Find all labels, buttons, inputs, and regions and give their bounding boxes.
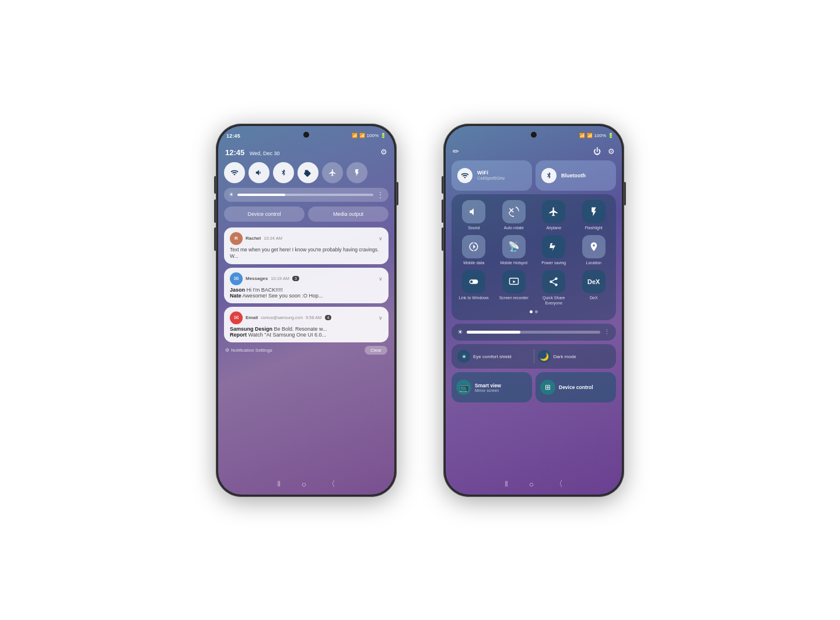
- signal-icon: 📶: [359, 133, 365, 138]
- settings2-icon[interactable]: ⚙: [608, 147, 615, 156]
- expand-messages-icon[interactable]: ∨: [379, 276, 383, 282]
- notification-messages[interactable]: ✉ Messages 10:19 AM 3 ∨ Jason Hi I'm BAC…: [224, 268, 388, 303]
- dark-mode-tile[interactable]: 🌙 Dark mode: [538, 348, 611, 365]
- screen-recorder-tile[interactable]: Screen recorder: [497, 270, 531, 306]
- location-tile[interactable]: Location: [577, 235, 611, 265]
- autorotate-toggle[interactable]: [298, 162, 318, 183]
- eye-comfort-icon: ☀: [457, 350, 470, 363]
- flashlight-label: Flashlight: [585, 226, 603, 230]
- smart-view-label: Smart view: [475, 383, 501, 388]
- status-bar-phone2: 📶 📶 100% 🔋: [446, 126, 622, 142]
- wifi-status-icon: 📶: [579, 133, 585, 138]
- quick-share-tile[interactable]: Quick Share Everyone: [537, 270, 570, 306]
- grid-row2: Mobile data 📡 Mobile Hotspot Power savin…: [455, 235, 612, 265]
- settings-icon[interactable]: ⚙: [380, 148, 387, 156]
- p1-time: 12:45: [225, 148, 244, 157]
- bt-label: Bluetooth: [561, 173, 586, 178]
- edit-icon[interactable]: ✏: [453, 147, 459, 156]
- mobile-data-tile[interactable]: Mobile data: [457, 235, 491, 265]
- notification-settings-link[interactable]: ⚙ Notification Settings: [225, 348, 272, 353]
- link-windows-label: Link to Windows: [459, 296, 489, 300]
- wifi-tile-text: WiFi CellSpot5GHz: [477, 170, 505, 181]
- smart-view-tile[interactable]: 📺 Smart view Mirror screen: [452, 372, 532, 402]
- screen-recorder-icon: [502, 270, 526, 293]
- flashlight-icon: [582, 200, 606, 223]
- recent-apps-button[interactable]: ⫴: [277, 479, 281, 489]
- samsung-design-label: Samsung Design: [230, 326, 272, 332]
- clear-notifications-button[interactable]: Clear: [365, 346, 387, 355]
- airplane-label: Airplane: [546, 226, 561, 230]
- wifi-tile[interactable]: WiFi CellSpot5GHz: [452, 160, 532, 191]
- mobile-data-label: Mobile data: [463, 261, 484, 265]
- flashlight-tile[interactable]: Flashlight: [577, 200, 611, 230]
- hotspot-tile[interactable]: 📡 Mobile Hotspot: [497, 235, 531, 265]
- report-label: Report: [230, 332, 247, 338]
- quick-icons-row: [224, 162, 388, 183]
- nate-msg: Awesome! See you soon :O Hop...: [243, 293, 323, 299]
- airplane-toggle[interactable]: [322, 162, 343, 183]
- home2-button[interactable]: ○: [529, 479, 534, 489]
- notification-rachel[interactable]: R Rachel 10:24 AM ∨ Text me when you get…: [224, 227, 388, 264]
- email-address: coreux@samsung.com: [261, 316, 303, 320]
- device-control-button[interactable]: Device control: [224, 206, 304, 222]
- notification-email[interactable]: ✉ Email coreux@samsung.com 9:56 AM 4 ∨ S…: [224, 307, 388, 342]
- comfort-divider: [534, 349, 534, 363]
- brightness-row[interactable]: ☀ ⋮: [452, 324, 616, 341]
- media-output-button[interactable]: Media output: [308, 206, 388, 222]
- back-button[interactable]: 〈: [327, 479, 335, 489]
- quick-settings-grid: Sound Auto rotate Airplane: [452, 194, 616, 321]
- comfort-row: ☀ Eye comfort shield 🌙 Dark mode: [452, 344, 616, 369]
- brightness2-bar: [467, 331, 600, 334]
- wifi-toggle[interactable]: [224, 162, 245, 183]
- eye-comfort-tile[interactable]: ☀ Eye comfort shield: [457, 348, 530, 365]
- smart-view-sublabel: Mirror screen: [475, 388, 501, 393]
- grid-row3: Link to Windows Screen recorder Quick Sh…: [455, 270, 612, 306]
- eye-comfort-label: Eye comfort shield: [473, 354, 512, 359]
- wifi-sublabel: CellSpot5GHz: [477, 176, 505, 181]
- more-options-icon[interactable]: ⋮: [377, 191, 384, 199]
- autorotate-tile[interactable]: Auto rotate: [497, 200, 531, 230]
- device-control-label: Device control: [559, 384, 593, 390]
- rachel-message: Text me when you get here! I know you're…: [230, 247, 383, 260]
- sound-toggle[interactable]: [249, 162, 270, 183]
- airplane-tile[interactable]: Airplane: [537, 200, 570, 230]
- sound-icon: [462, 200, 485, 223]
- rachel-avatar: R: [230, 232, 243, 245]
- hotspot-icon: 📡: [502, 235, 526, 258]
- battery-pct: 100%: [594, 133, 606, 138]
- dot2: [535, 310, 538, 313]
- expand-icon[interactable]: ∨: [379, 236, 383, 241]
- dex-icon: DeX: [582, 270, 606, 293]
- messages-time: 10:19 AM: [271, 276, 289, 281]
- flashlight-toggle[interactable]: [346, 162, 368, 183]
- sound-tile[interactable]: Sound: [457, 200, 491, 230]
- bluetooth-tile[interactable]: Bluetooth: [536, 160, 616, 191]
- hotspot-label: Mobile Hotspot: [500, 261, 527, 265]
- nav-bar-phone2: ⫴ ○ 〈: [446, 474, 622, 495]
- power-icon[interactable]: ⏻: [593, 147, 601, 156]
- brightness-slider[interactable]: ☀ ⋮: [224, 188, 388, 202]
- signal-status-icon: 📶: [587, 133, 593, 138]
- power-saving-tile[interactable]: Power saving: [537, 235, 570, 265]
- bluetooth-toggle[interactable]: [273, 162, 294, 183]
- brightness-more-icon[interactable]: ⋮: [604, 328, 610, 336]
- home-button[interactable]: ○: [302, 479, 306, 489]
- messages-icon: ✉: [230, 272, 243, 285]
- device-control-icon: ⊞: [540, 380, 555, 395]
- expand-email-icon[interactable]: ∨: [379, 315, 383, 321]
- recent-apps2-button[interactable]: ⫴: [505, 479, 508, 489]
- link-windows-icon: [462, 270, 485, 293]
- status-icons-phone1: 📶 📶 100% 🔋: [352, 133, 386, 138]
- email-icon: ✉: [230, 311, 243, 324]
- autorotate-label: Auto rotate: [504, 226, 524, 230]
- autorotate-icon: [502, 200, 526, 223]
- wifi-label: WiFi: [477, 170, 505, 176]
- device-control2-tile[interactable]: ⊞ Device control: [536, 372, 616, 402]
- link-windows-tile[interactable]: Link to Windows: [457, 270, 491, 306]
- dex-tile[interactable]: DeX DeX: [577, 270, 611, 306]
- status-time-phone1: 12:45: [226, 133, 240, 139]
- power-saving-icon: [542, 235, 565, 258]
- report-msg: Watch "At Samsung One UI 6.0...: [249, 332, 326, 338]
- back2-button[interactable]: 〈: [555, 479, 563, 489]
- brightness-fill: [237, 194, 285, 196]
